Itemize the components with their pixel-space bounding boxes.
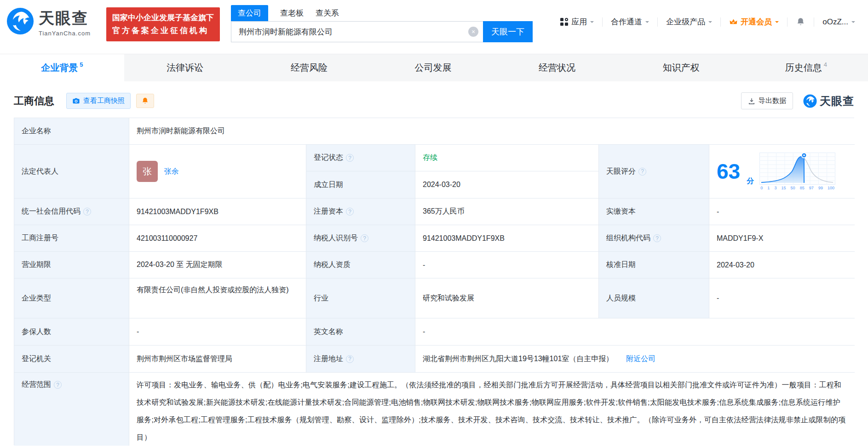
nearby-companies-link[interactable]: 附近公司 bbox=[626, 354, 655, 364]
tab-count: 4 bbox=[824, 61, 827, 68]
search-tab-company[interactable]: 查公司 bbox=[231, 5, 268, 21]
help-icon[interactable]: ? bbox=[54, 381, 62, 389]
tab-label: 经营风险 bbox=[291, 62, 328, 74]
chevron-down-icon bbox=[851, 21, 855, 25]
field-value-org-code: MADDY1F9-X bbox=[709, 225, 855, 252]
tab-company-development[interactable]: 公司发展 bbox=[372, 54, 496, 81]
field-value-english-name: - bbox=[415, 318, 855, 346]
field-value-paid-capital: - bbox=[709, 198, 855, 225]
username: oOzZ... bbox=[822, 17, 848, 27]
field-value-company-name: 荆州市润时新能源有限公司 bbox=[129, 118, 855, 145]
company-tabbar: 企业背景5 法律诉讼 经营风险 公司发展 经营状况 知识产权 历史信息4 bbox=[0, 54, 868, 81]
field-label-establish-date: 成立日期 bbox=[306, 171, 415, 198]
field-label-org-code: 组织机构代码? bbox=[599, 225, 709, 252]
field-value-registered-address: 湖北省荆州市荆州区九阳大道19号13幢101室（自主申报） 附近公司 bbox=[415, 346, 855, 373]
chevron-down-icon bbox=[708, 21, 712, 25]
tab-label: 企业背景 bbox=[41, 62, 78, 74]
snapshot-label: 查看工商快照 bbox=[83, 96, 125, 105]
nav-vip-membership[interactable]: 开通会员 bbox=[729, 17, 779, 27]
field-value-approval-date: 2024-03-20 bbox=[709, 252, 855, 278]
search-input[interactable] bbox=[239, 27, 468, 36]
field-label-business-term: 营业期限 bbox=[14, 252, 129, 278]
divider bbox=[814, 17, 814, 27]
field-label-taxpayer-quality: 纳税人资质 bbox=[306, 252, 415, 278]
monitor-bell-button[interactable] bbox=[136, 94, 154, 108]
badge-line2: 官方备案企业征信机构 bbox=[112, 24, 214, 37]
page-header: 天眼查 TianYanCha.com 国家中小企业发展子基金旗下 官方备案企业征… bbox=[0, 0, 868, 54]
field-value-industry: 研究和试验发展 bbox=[415, 278, 599, 318]
field-label-taxpayer-id: 纳税人识别号? bbox=[306, 225, 415, 252]
tab-count: 5 bbox=[80, 61, 83, 68]
help-icon[interactable]: ? bbox=[346, 154, 354, 162]
field-label-credit-code: 统一社会信用代码? bbox=[14, 198, 129, 225]
business-info-table: 企业名称 荆州市润时新能源有限公司 法定代表人 张 张余 登记状态? 存续 成立… bbox=[14, 118, 854, 445]
clear-search-icon[interactable]: × bbox=[468, 27, 478, 37]
export-data-button[interactable]: 导出数据 bbox=[741, 92, 793, 109]
tab-label: 知识产权 bbox=[663, 62, 700, 74]
tab-history-info[interactable]: 历史信息4 bbox=[744, 54, 868, 81]
field-label-score: 天眼评分? bbox=[599, 145, 709, 198]
field-label-company-type: 企业类型 bbox=[14, 278, 129, 318]
help-icon[interactable]: ? bbox=[361, 234, 368, 242]
avatar[interactable]: 张 bbox=[137, 161, 158, 182]
field-label-registry-authority: 登记机关 bbox=[14, 346, 129, 373]
search-tab-boss[interactable]: 查老板 bbox=[280, 5, 304, 21]
tab-operation-status[interactable]: 经营状况 bbox=[496, 54, 620, 81]
brand-domain: TianYanCha.com bbox=[39, 30, 91, 37]
user-menu[interactable]: oOzZ... bbox=[822, 17, 855, 27]
tianyancha-logo-icon bbox=[6, 7, 34, 37]
search-box: × bbox=[231, 21, 483, 42]
nav-enterprise-products[interactable]: 企业级产品 bbox=[666, 17, 712, 27]
tianyancha-watermark-icon bbox=[803, 94, 817, 108]
field-label-staff-size: 人员规模 bbox=[599, 278, 709, 318]
field-value-registered-capital: 365万人民币 bbox=[415, 198, 599, 225]
score-axis-ticks: 0131550859799100 bbox=[759, 186, 835, 190]
tab-intellectual-property[interactable]: 知识产权 bbox=[620, 54, 744, 81]
top-nav: 应用 合作通道 企业级产品 开通会员 bbox=[560, 17, 855, 27]
field-value-business-term: 2024-03-20 至 无固定期限 bbox=[129, 252, 306, 278]
crown-icon bbox=[729, 17, 738, 26]
field-value-establish-date: 2024-03-20 bbox=[415, 171, 599, 198]
help-icon[interactable]: ? bbox=[638, 168, 646, 176]
chevron-down-icon bbox=[645, 21, 649, 25]
tab-label: 经营状况 bbox=[539, 62, 575, 74]
nav-vip-label: 开通会员 bbox=[741, 17, 772, 27]
field-label-paid-capital: 实缴资本 bbox=[599, 198, 709, 225]
gov-certification-badge: 国家中小企业发展子基金旗下 官方备案企业征信机构 bbox=[106, 7, 220, 41]
camera-icon bbox=[72, 97, 80, 105]
nav-apps[interactable]: 应用 bbox=[560, 17, 594, 27]
section-title: 工商信息 bbox=[14, 94, 54, 108]
tianyan-score: 63 分 bbox=[709, 145, 855, 198]
field-value-credit-code: 91421003MADDY1F9XB bbox=[129, 198, 306, 225]
notifications-bell[interactable] bbox=[796, 17, 805, 27]
field-label-business-scope: 经营范围? bbox=[14, 373, 129, 446]
tab-label: 法律诉讼 bbox=[167, 62, 203, 74]
tab-company-background[interactable]: 企业背景5 bbox=[0, 54, 124, 81]
search-button[interactable]: 天眼一下 bbox=[483, 21, 533, 42]
brand-name: 天眼查 bbox=[39, 8, 91, 29]
help-icon[interactable]: ? bbox=[346, 355, 354, 363]
tab-operation-risk[interactable]: 经营风险 bbox=[248, 54, 372, 81]
view-snapshot-button[interactable]: 查看工商快照 bbox=[66, 93, 131, 109]
tianyancha-logo[interactable]: 天眼查 TianYanCha.com bbox=[6, 7, 91, 37]
divider bbox=[720, 17, 721, 27]
field-value-reg-status: 存续 bbox=[415, 145, 599, 171]
field-value-taxpayer-id: 91421003MADDY1F9XB bbox=[415, 225, 599, 252]
tab-label: 历史信息 bbox=[785, 62, 822, 74]
download-icon bbox=[748, 97, 755, 105]
field-label-english-name: 英文名称 bbox=[306, 318, 415, 346]
help-icon[interactable]: ? bbox=[653, 234, 661, 242]
help-icon[interactable]: ? bbox=[346, 208, 354, 215]
field-value-taxpayer-quality: - bbox=[415, 252, 599, 278]
legal-rep-link[interactable]: 张余 bbox=[164, 167, 179, 176]
tab-legal-litigation[interactable]: 法律诉讼 bbox=[124, 54, 248, 81]
search-tab-relation[interactable]: 查关系 bbox=[316, 5, 339, 21]
score-distribution-chart: 0131550859799100 bbox=[759, 153, 835, 190]
field-label-industry: 行业 bbox=[306, 278, 415, 318]
field-value-registry-authority: 荆州市荆州区市场监督管理局 bbox=[129, 346, 306, 373]
search-type-tabs: 查公司 查老板 查关系 bbox=[231, 5, 533, 21]
nav-partner[interactable]: 合作通道 bbox=[611, 17, 649, 27]
help-icon[interactable]: ? bbox=[83, 208, 91, 215]
field-value-staff-size: - bbox=[709, 278, 855, 318]
field-value-legal-rep: 张 张余 bbox=[129, 145, 306, 198]
